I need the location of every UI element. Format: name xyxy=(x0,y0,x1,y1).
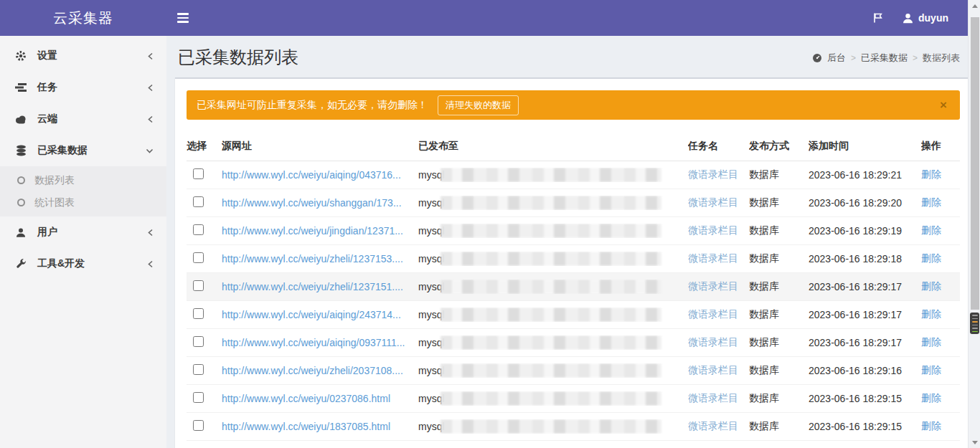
table-row: http://www.wyl.cc/weiyu/jingdian/06370..… xyxy=(187,441,960,448)
row-checkbox[interactable] xyxy=(193,336,204,347)
delete-link[interactable]: 删除 xyxy=(921,364,941,376)
chevron-left-icon xyxy=(147,52,154,60)
task-name-link[interactable]: 微语录栏目 xyxy=(688,420,738,432)
flag-icon xyxy=(872,12,884,24)
chevron-down-icon xyxy=(146,148,154,154)
table-row: http://www.wyl.cc/weiyu/zheli/1237153...… xyxy=(187,245,960,273)
sidebar-item-stats-chart[interactable]: 统计图表 xyxy=(0,191,166,214)
delete-link[interactable]: 删除 xyxy=(921,252,941,264)
row-checkbox[interactable] xyxy=(193,196,204,207)
chevron-left-icon xyxy=(147,84,154,92)
sidebar-item-tools-dev[interactable]: 工具&开发 xyxy=(0,248,166,280)
row-checkbox[interactable] xyxy=(193,224,204,235)
censored-blur xyxy=(440,224,661,238)
task-name-link[interactable]: 微语录栏目 xyxy=(688,392,738,404)
breadcrumb-section[interactable]: 已采集数据 xyxy=(861,52,908,65)
source-url-link[interactable]: http://www.wyl.cc/weiyu/zheli/1237153...… xyxy=(222,253,403,264)
table-body: http://www.wyl.cc/weiyu/aiqing/043716...… xyxy=(187,161,960,448)
sidebar-item-settings[interactable]: 设置 xyxy=(0,40,166,72)
database-icon xyxy=(14,145,27,156)
censored-blur xyxy=(440,252,661,266)
topbar: 云采集器 duyun xyxy=(0,0,980,36)
task-name-link[interactable]: 微语录栏目 xyxy=(688,224,738,236)
header-task-name: 任务名 xyxy=(688,140,749,153)
app-logo[interactable]: 云采集器 xyxy=(0,9,166,28)
table-row: http://www.wyl.cc/weiyu/aiqing/0937111..… xyxy=(187,329,960,357)
source-url-link[interactable]: http://www.wyl.cc/weiyu/jingdian/12371..… xyxy=(222,225,403,237)
publish-method-text: 数据库 xyxy=(749,224,779,236)
source-url-link[interactable]: http://www.wyl.cc/weiyu/aiqing/0937111..… xyxy=(222,337,405,348)
publish-method-text: 数据库 xyxy=(749,196,779,208)
row-checkbox[interactable] xyxy=(193,168,204,179)
row-checkbox[interactable] xyxy=(193,364,204,375)
row-checkbox[interactable] xyxy=(193,308,204,319)
table-row: http://www.wyl.cc/weiyu/aiqing/043716...… xyxy=(187,161,960,189)
scroll-up-arrow[interactable] xyxy=(969,0,980,11)
source-url-link[interactable]: http://www.wyl.cc/weiyu/aiqing/243714... xyxy=(222,309,401,320)
task-name-link[interactable]: 微语录栏目 xyxy=(688,252,738,264)
user-menu[interactable]: duyun xyxy=(892,0,958,36)
table-row: http://www.wyl.cc/weiyu/1837085.html mys… xyxy=(187,413,960,441)
publish-method-text: 数据库 xyxy=(749,252,779,264)
sidebar-item-cloud[interactable]: 云端 xyxy=(0,103,166,135)
censored-blur xyxy=(440,419,661,434)
header-added-time: 添加时间 xyxy=(809,140,921,153)
censored-blur xyxy=(440,196,661,210)
source-url-link[interactable]: http://www.wyl.cc/weiyu/zheli/2037108...… xyxy=(222,365,403,376)
table-row: http://www.wyl.cc/weiyu/jingdian/12371..… xyxy=(187,217,960,245)
table-row: http://www.wyl.cc/weiyu/shanggan/173... … xyxy=(187,189,960,217)
added-time-text: 2023-06-16 18:29:15 xyxy=(809,393,902,404)
source-url-link[interactable]: http://www.wyl.cc/weiyu/aiqing/043716... xyxy=(222,169,401,181)
flag-button[interactable] xyxy=(864,0,892,36)
sidebar-toggle-button[interactable] xyxy=(166,0,199,36)
added-time-text: 2023-06-16 18:29:20 xyxy=(809,197,902,209)
scroll-down-arrow[interactable] xyxy=(969,437,980,448)
censored-blur xyxy=(440,168,661,182)
breadcrumb-home[interactable]: 后台 xyxy=(827,52,846,65)
source-url-link[interactable]: http://www.wyl.cc/weiyu/1837085.html xyxy=(222,421,390,432)
censored-blur xyxy=(440,280,661,294)
delete-link[interactable]: 删除 xyxy=(921,196,941,208)
task-name-link[interactable]: 微语录栏目 xyxy=(688,336,738,348)
delete-link[interactable]: 删除 xyxy=(921,224,941,236)
task-name-link[interactable]: 微语录栏目 xyxy=(688,280,738,292)
sidebar-item-data-list[interactable]: 数据列表 xyxy=(0,169,166,191)
vertical-scrollbar[interactable] xyxy=(968,0,980,448)
added-time-text: 2023-06-16 18:29:17 xyxy=(809,337,902,348)
delete-link[interactable]: 删除 xyxy=(921,168,941,180)
task-name-link[interactable]: 微语录栏目 xyxy=(688,364,738,376)
cloud-icon xyxy=(14,115,27,124)
sidebar-item-tasks[interactable]: 任务 xyxy=(0,72,166,103)
delete-link[interactable]: 删除 xyxy=(921,392,941,404)
warning-alert: 已采集网址可防止重复采集，如无必要，请勿删除！ 清理失败的数据 × xyxy=(187,90,960,120)
row-checkbox[interactable] xyxy=(193,420,204,431)
content-card: 已采集网址可防止重复采集，如无必要，请勿删除！ 清理失败的数据 × 选择 源网址… xyxy=(175,77,971,448)
scrollbar-thumb[interactable] xyxy=(971,17,979,310)
delete-link[interactable]: 删除 xyxy=(921,280,941,292)
source-url-link[interactable]: http://www.wyl.cc/weiyu/zheli/1237151...… xyxy=(222,281,403,292)
collected-data-table: 选择 源网址 已发布至 任务名 发布方式 添加时间 操作 http://www.… xyxy=(187,131,960,448)
wrench-icon xyxy=(14,259,27,270)
circle-icon xyxy=(17,176,25,184)
source-url-link[interactable]: http://www.wyl.cc/weiyu/0237086.html xyxy=(222,393,390,404)
task-name-link[interactable]: 微语录栏目 xyxy=(688,168,738,180)
sidebar-item-collected-data[interactable]: 已采集数据 xyxy=(0,135,166,166)
source-url-link[interactable]: http://www.wyl.cc/weiyu/shanggan/173... xyxy=(222,197,402,209)
delete-link[interactable]: 删除 xyxy=(921,308,941,320)
row-checkbox[interactable] xyxy=(193,252,204,263)
delete-link[interactable]: 删除 xyxy=(921,336,941,348)
publish-method-text: 数据库 xyxy=(749,168,779,180)
publish-method-text: 数据库 xyxy=(749,280,779,292)
task-name-link[interactable]: 微语录栏目 xyxy=(688,308,738,320)
task-name-link[interactable]: 微语录栏目 xyxy=(688,196,738,208)
sidebar-item-users[interactable]: 用户 xyxy=(0,216,166,248)
alert-close-icon[interactable]: × xyxy=(937,98,950,113)
row-checkbox[interactable] xyxy=(193,392,204,403)
alert-message: 已采集网址可防止重复采集，如无必要，请勿删除！ xyxy=(197,99,428,112)
delete-link[interactable]: 删除 xyxy=(921,420,941,432)
scroll-minimap-widget[interactable] xyxy=(970,313,979,334)
clean-failed-data-button[interactable]: 清理失败的数据 xyxy=(438,95,519,115)
user-icon xyxy=(14,227,27,238)
header-actions: 操作 xyxy=(921,140,960,153)
row-checkbox[interactable] xyxy=(193,280,204,291)
